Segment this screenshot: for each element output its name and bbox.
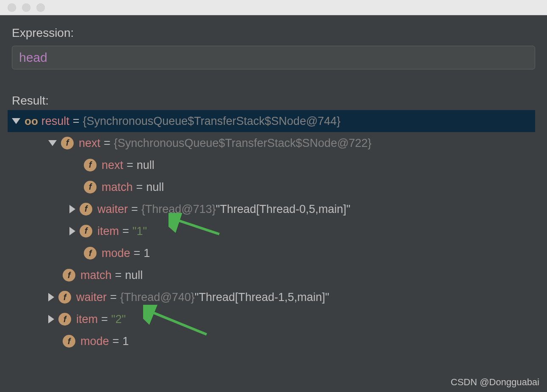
field-value: 1 — [122, 331, 129, 351]
field-value: 1 — [144, 243, 150, 263]
field-value: {SynchronousQueue$TransferStack$SNode@72… — [114, 133, 372, 153]
field-value: null — [137, 155, 155, 175]
field-name: result — [41, 111, 69, 131]
field-icon: f — [58, 291, 71, 304]
chevron-right-icon[interactable] — [69, 227, 75, 235]
field-name: mode — [102, 243, 130, 263]
field-icon: f — [80, 203, 92, 215]
evaluate-panel: Expression: Result: oo result = {Synchro… — [0, 15, 547, 357]
chevron-right-icon[interactable] — [48, 315, 54, 323]
tree-row-next-waiter[interactable]: f waiter = {Thread@713} "Thread[Thread-0… — [8, 198, 535, 220]
tree-row-next[interactable]: f next = {SynchronousQueue$TransferStack… — [8, 132, 535, 154]
window-zoom-button[interactable] — [36, 3, 45, 12]
window-close-button[interactable] — [8, 3, 16, 12]
field-value: {SynchronousQueue$TransferStack$SNode@74… — [83, 111, 341, 131]
glasses-icon: oo — [25, 111, 38, 131]
field-icon: f — [63, 335, 75, 348]
field-name: item — [76, 309, 98, 329]
field-icon: f — [80, 225, 92, 237]
field-icon: f — [58, 313, 71, 326]
tree-row-next-item[interactable]: f item = "1" — [8, 220, 535, 242]
field-icon: f — [63, 269, 75, 282]
chevron-right-icon[interactable] — [48, 293, 54, 301]
field-icon: f — [84, 181, 97, 193]
watermark: CSDN @Dongguabai — [451, 377, 539, 388]
tree-row-mode[interactable]: f mode = 1 — [8, 330, 535, 352]
field-value-lit: "Thread[Thread-0,5,main]" — [216, 199, 351, 219]
window-minimize-button[interactable] — [22, 3, 30, 12]
field-value: null — [125, 265, 143, 285]
field-name: match — [80, 265, 112, 285]
field-icon: f — [84, 247, 97, 259]
field-name: match — [102, 177, 133, 197]
chevron-right-icon[interactable] — [69, 205, 75, 213]
expression-label: Expression: — [12, 26, 535, 40]
field-icon: f — [61, 137, 74, 149]
field-name: next — [102, 155, 123, 175]
chevron-down-icon[interactable] — [48, 140, 57, 146]
tree-row-next-match[interactable]: f match = null — [8, 176, 535, 198]
field-name: mode — [80, 331, 109, 351]
field-value: "1" — [133, 221, 147, 241]
titlebar — [0, 0, 547, 15]
field-name: waiter — [76, 287, 107, 307]
tree-row-next-next[interactable]: f next = null — [8, 154, 535, 176]
field-name: waiter — [97, 199, 128, 219]
tree-row-match[interactable]: f match = null — [8, 264, 535, 286]
expression-input[interactable] — [12, 46, 535, 69]
result-label: Result: — [12, 94, 535, 108]
field-value-lit: "Thread[Thread-1,5,main]" — [195, 287, 329, 307]
tree-row-item[interactable]: f item = "2" — [8, 308, 535, 330]
field-icon: f — [84, 159, 97, 171]
tree-row-next-mode[interactable]: f mode = 1 — [8, 242, 535, 264]
field-value-dim: {Thread@740} — [120, 287, 195, 307]
tree-row-result[interactable]: oo result = {SynchronousQueue$TransferSt… — [8, 110, 535, 132]
field-name: item — [97, 221, 119, 241]
field-value: "2" — [111, 309, 126, 329]
field-value: null — [146, 177, 164, 197]
field-name: next — [79, 133, 100, 153]
result-tree: oo result = {SynchronousQueue$TransferSt… — [8, 110, 535, 353]
field-value-dim: {Thread@713} — [141, 199, 216, 219]
tree-row-waiter[interactable]: f waiter = {Thread@740} "Thread[Thread-1… — [8, 286, 535, 308]
chevron-down-icon[interactable] — [12, 118, 20, 124]
